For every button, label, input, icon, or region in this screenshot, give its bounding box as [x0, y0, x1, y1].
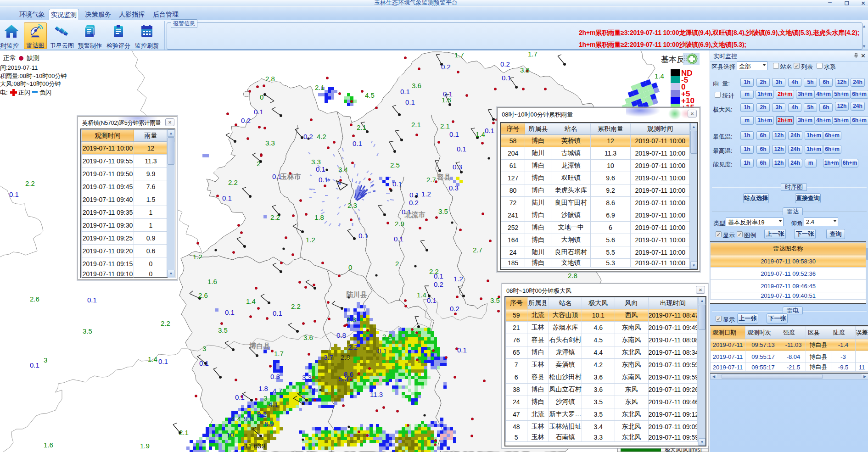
svg-text:0.1: 0.1	[87, 296, 97, 304]
svg-text:5.3: 5.3	[339, 375, 348, 383]
svg-text:0.1: 0.1	[158, 357, 168, 365]
svg-text:2.1: 2.1	[315, 84, 325, 91]
svg-text:0.1: 0.1	[30, 361, 39, 369]
svg-text:2.2: 2.2	[161, 319, 170, 327]
svg-text:3: 3	[202, 345, 206, 352]
svg-text:3.3: 3.3	[302, 374, 312, 381]
svg-text:1.8: 1.8	[314, 213, 324, 221]
svg-text:0.1: 0.1	[316, 165, 325, 173]
svg-text:0.1: 0.1	[225, 308, 235, 316]
svg-text:间:2019-07-11: 间:2019-07-11	[0, 64, 38, 71]
svg-text:3.5: 3.5	[490, 296, 500, 304]
svg-text:3.5: 3.5	[83, 327, 92, 335]
svg-text:2.5: 2.5	[390, 161, 400, 169]
svg-text:1.4: 1.4	[417, 291, 426, 299]
svg-text:2.1: 2.1	[179, 429, 189, 436]
svg-text:3.3: 3.3	[265, 139, 275, 147]
svg-text:基本反: 基本反	[661, 55, 684, 64]
svg-text:1.6: 1.6	[44, 441, 53, 449]
svg-text:0.1: 0.1	[377, 347, 387, 355]
svg-text:正常: 正常	[3, 54, 16, 61]
svg-text:4.7: 4.7	[273, 387, 282, 395]
svg-text:1.7: 1.7	[454, 51, 464, 59]
svg-text:4.1: 4.1	[269, 401, 278, 408]
svg-text:2.8: 2.8	[341, 353, 350, 361]
svg-text:3.6: 3.6	[303, 334, 313, 341]
svg-text:2: 2	[257, 160, 260, 167]
svg-text:11.3: 11.3	[370, 391, 383, 398]
svg-text:2.6: 2.6	[30, 295, 39, 303]
svg-text:-11.639: -11.639	[242, 442, 265, 450]
svg-text:1.7: 1.7	[528, 50, 538, 58]
svg-text:2.2: 2.2	[25, 179, 35, 187]
svg-text:0.1: 0.1	[394, 235, 403, 243]
svg-text:容县: 容县	[437, 173, 451, 181]
svg-text:2: 2	[395, 260, 399, 268]
svg-text:2.2: 2.2	[270, 213, 280, 221]
svg-text:12: 12	[308, 386, 316, 394]
svg-text:6.9: 6.9	[264, 420, 274, 428]
svg-text:0: 0	[348, 263, 352, 271]
svg-text:1.9: 1.9	[140, 442, 150, 450]
svg-text:3.6: 3.6	[520, 66, 530, 74]
svg-text:0.1: 0.1	[254, 108, 263, 116]
svg-text:1.2: 1.2	[454, 275, 463, 283]
svg-text:2.7: 2.7	[473, 246, 482, 254]
svg-text:2.2: 2.2	[291, 302, 301, 310]
svg-text:0.1: 0.1	[392, 180, 402, 188]
svg-text:4.5: 4.5	[365, 91, 375, 99]
svg-text:2.7: 2.7	[426, 176, 436, 184]
svg-text:0.1: 0.1	[409, 191, 419, 199]
svg-text:0.1: 0.1	[427, 296, 437, 304]
svg-text:0.1: 0.1	[222, 194, 232, 202]
svg-text:1.4: 1.4	[148, 355, 157, 363]
svg-text:0.1: 0.1	[235, 393, 245, 401]
svg-text:4.4: 4.4	[231, 415, 241, 423]
svg-text:正闪: 正闪	[18, 89, 30, 96]
svg-text:1.8: 1.8	[258, 385, 268, 392]
svg-text:陆川县: 陆川县	[347, 290, 367, 298]
svg-text:2.2: 2.2	[228, 179, 238, 186]
svg-text:0: 0	[260, 93, 263, 101]
svg-text:2.1: 2.1	[411, 121, 421, 128]
svg-text:1.4: 1.4	[655, 72, 664, 80]
svg-text:3: 3	[44, 356, 47, 364]
svg-text:负闪: 负闪	[39, 89, 51, 96]
svg-text:1.4: 1.4	[476, 130, 485, 138]
svg-text:2.3: 2.3	[347, 201, 357, 209]
svg-text:玉林市: 玉林市	[280, 173, 301, 180]
svg-text:0.2: 0.2	[409, 199, 419, 206]
svg-text:10: 10	[226, 431, 234, 439]
svg-text:0.1: 0.1	[485, 127, 494, 134]
svg-text:0.2: 0.2	[434, 280, 443, 288]
svg-text:0.1: 0.1	[457, 346, 467, 354]
svg-text:0.1: 0.1	[457, 145, 466, 153]
svg-text:2.9: 2.9	[395, 220, 404, 228]
svg-text:1.4: 1.4	[246, 297, 256, 305]
svg-text:0.1: 0.1	[400, 88, 410, 95]
svg-text:积雨量:08时~10时00分钟: 积雨量:08时~10时00分钟	[0, 73, 67, 79]
svg-text:2.1: 2.1	[440, 122, 450, 130]
svg-text:1.6: 1.6	[442, 96, 451, 104]
svg-text:2.1: 2.1	[357, 123, 366, 131]
svg-text:3.6: 3.6	[412, 82, 421, 89]
svg-text:博白县: 博白县	[249, 342, 270, 350]
svg-text:2.6: 2.6	[198, 291, 208, 299]
svg-text:0.2: 0.2	[241, 117, 251, 124]
svg-text:0.2: 0.2	[303, 133, 313, 140]
svg-text:0.1: 0.1	[353, 140, 362, 147]
svg-text:9.2: 9.2	[257, 410, 267, 418]
svg-text:缺测: 缺测	[27, 54, 39, 61]
svg-text:0.1: 0.1	[358, 232, 368, 240]
svg-text:4.2: 4.2	[317, 133, 326, 140]
svg-text:0.1: 0.1	[199, 359, 209, 367]
svg-text:0.1: 0.1	[273, 309, 282, 317]
svg-text:9.6: 9.6	[244, 415, 253, 423]
svg-text:大风:08时~10时00分钟: 大风:08时~10时00分钟	[0, 80, 61, 87]
svg-text:北流市: 北流市	[404, 211, 426, 218]
svg-text:0.2: 0.2	[441, 63, 451, 71]
svg-text:1.7: 1.7	[274, 350, 284, 357]
svg-text:0.1: 0.1	[502, 74, 511, 82]
svg-text:0.1: 0.1	[449, 130, 459, 138]
svg-text:0.2: 0.2	[450, 305, 459, 312]
